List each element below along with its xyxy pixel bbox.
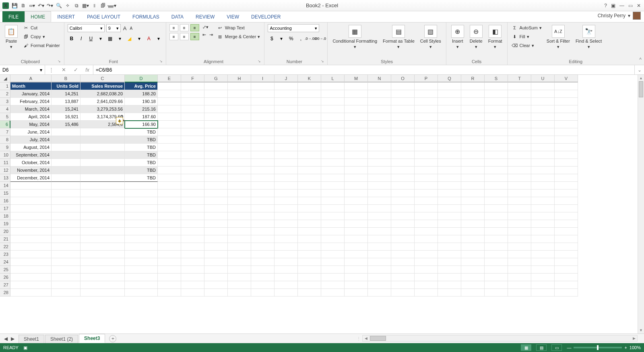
open-icon[interactable]: ⧉ xyxy=(73,2,80,9)
cell-R17[interactable] xyxy=(461,205,485,212)
cell-Q8[interactable] xyxy=(438,136,461,144)
cell-M1[interactable] xyxy=(345,82,368,90)
cell-P5[interactable] xyxy=(415,113,438,121)
cell-K11[interactable] xyxy=(298,159,321,167)
align-top-button[interactable]: ≡ xyxy=(169,24,178,31)
cell-K13[interactable] xyxy=(298,174,321,182)
save-icon[interactable]: 💾 xyxy=(11,2,18,9)
cell-U1[interactable] xyxy=(531,82,555,90)
cell-H6[interactable] xyxy=(228,121,251,128)
cell-K8[interactable] xyxy=(298,136,321,144)
cell-A25[interactable] xyxy=(10,266,52,274)
cell-E15[interactable] xyxy=(158,189,181,197)
cell-K15[interactable] xyxy=(298,189,321,197)
cell-B26[interactable] xyxy=(52,274,80,281)
column-header-N[interactable]: N xyxy=(368,75,391,82)
cell-L2[interactable] xyxy=(321,90,345,98)
cell-K19[interactable] xyxy=(298,220,321,228)
cell-H25[interactable] xyxy=(228,266,251,274)
decrease-font-button[interactable]: A xyxy=(129,26,133,31)
cell-P9[interactable] xyxy=(415,144,438,151)
sheet-tab-1[interactable]: Sheet1 (2) xyxy=(45,335,78,343)
cell-M13[interactable] xyxy=(345,174,368,182)
cell-F21[interactable] xyxy=(181,235,204,243)
cell-B20[interactable] xyxy=(52,228,80,235)
cell-B4[interactable]: 15,241 xyxy=(52,105,80,113)
cell-T4[interactable] xyxy=(508,105,531,113)
cell-B23[interactable] xyxy=(52,251,80,258)
cell-J14[interactable] xyxy=(275,182,298,189)
cell-H5[interactable] xyxy=(228,113,251,121)
cell-D21[interactable] xyxy=(125,235,158,243)
cell-S25[interactable] xyxy=(485,266,508,274)
cell-K14[interactable] xyxy=(298,182,321,189)
cell-V4[interactable] xyxy=(555,105,578,113)
cell-U22[interactable] xyxy=(531,243,555,251)
cell-O1[interactable] xyxy=(391,82,415,90)
cell-U25[interactable] xyxy=(531,266,555,274)
cell-M14[interactable] xyxy=(345,182,368,189)
cell-G17[interactable] xyxy=(204,205,228,212)
column-header-H[interactable]: H xyxy=(228,75,251,82)
cell-N21[interactable] xyxy=(368,235,391,243)
cell-P15[interactable] xyxy=(415,189,438,197)
cell-N25[interactable] xyxy=(368,266,391,274)
cell-Q26[interactable] xyxy=(438,274,461,281)
cell-N27[interactable] xyxy=(368,281,391,289)
print-icon[interactable]: 🗐 xyxy=(100,2,106,9)
cell-L20[interactable] xyxy=(321,228,345,235)
cell-C11[interactable] xyxy=(80,159,125,167)
cancel-formula-button[interactable]: ✕ xyxy=(62,67,66,73)
horizontal-scrollbar[interactable]: ◀ ▶ xyxy=(362,335,638,342)
align-left-button[interactable]: ≡ xyxy=(169,33,178,40)
tab-splitter[interactable]: ⋮ xyxy=(357,336,360,342)
scroll-down-icon[interactable]: ▼ xyxy=(638,327,644,333)
cell-M24[interactable] xyxy=(345,258,368,266)
redo-icon[interactable]: ↷▾ xyxy=(47,2,53,9)
cell-U11[interactable] xyxy=(531,159,555,167)
cell-G27[interactable] xyxy=(204,281,228,289)
cell-O10[interactable] xyxy=(391,151,415,159)
cell-R21[interactable] xyxy=(461,235,485,243)
cell-O28[interactable] xyxy=(391,289,415,296)
cell-L14[interactable] xyxy=(321,182,345,189)
cell-J20[interactable] xyxy=(275,228,298,235)
cell-J12[interactable] xyxy=(275,167,298,174)
window-icon[interactable]: ▦▾ xyxy=(82,2,89,9)
cell-E23[interactable] xyxy=(158,251,181,258)
cell-G15[interactable] xyxy=(204,189,228,197)
cell-S28[interactable] xyxy=(485,289,508,296)
cell-L1[interactable] xyxy=(321,82,345,90)
cell-P4[interactable] xyxy=(415,105,438,113)
cell-M28[interactable] xyxy=(345,289,368,296)
cell-L6[interactable] xyxy=(321,121,345,128)
cell-H9[interactable] xyxy=(228,144,251,151)
cell-E1[interactable] xyxy=(158,82,181,90)
cell-G9[interactable] xyxy=(204,144,228,151)
cell-H2[interactable] xyxy=(228,90,251,98)
column-header-R[interactable]: R xyxy=(461,75,485,82)
cell-H14[interactable] xyxy=(228,182,251,189)
cell-F22[interactable] xyxy=(181,243,204,251)
cell-L19[interactable] xyxy=(321,220,345,228)
column-header-O[interactable]: O xyxy=(391,75,415,82)
sheet-nav-next-icon[interactable]: ▶ xyxy=(11,336,14,342)
cell-D13[interactable]: TBD xyxy=(125,174,158,182)
cell-C12[interactable] xyxy=(80,167,125,174)
bold-button[interactable]: B xyxy=(68,35,76,43)
cell-U5[interactable] xyxy=(531,113,555,121)
cell-B13[interactable] xyxy=(52,174,80,182)
cell-L18[interactable] xyxy=(321,212,345,220)
cell-R2[interactable] xyxy=(461,90,485,98)
row-header-21[interactable]: 21 xyxy=(0,235,10,243)
format-painter-button[interactable]: 🖌Format Painter xyxy=(22,42,61,49)
cell-T5[interactable] xyxy=(508,113,531,121)
cell-K7[interactable] xyxy=(298,128,321,136)
cell-B12[interactable] xyxy=(52,167,80,174)
cell-B11[interactable] xyxy=(52,159,80,167)
cell-O22[interactable] xyxy=(391,243,415,251)
tab-view[interactable]: VIEW xyxy=(221,11,245,22)
increase-font-button[interactable]: A xyxy=(122,25,128,32)
cell-M23[interactable] xyxy=(345,251,368,258)
cell-P12[interactable] xyxy=(415,167,438,174)
